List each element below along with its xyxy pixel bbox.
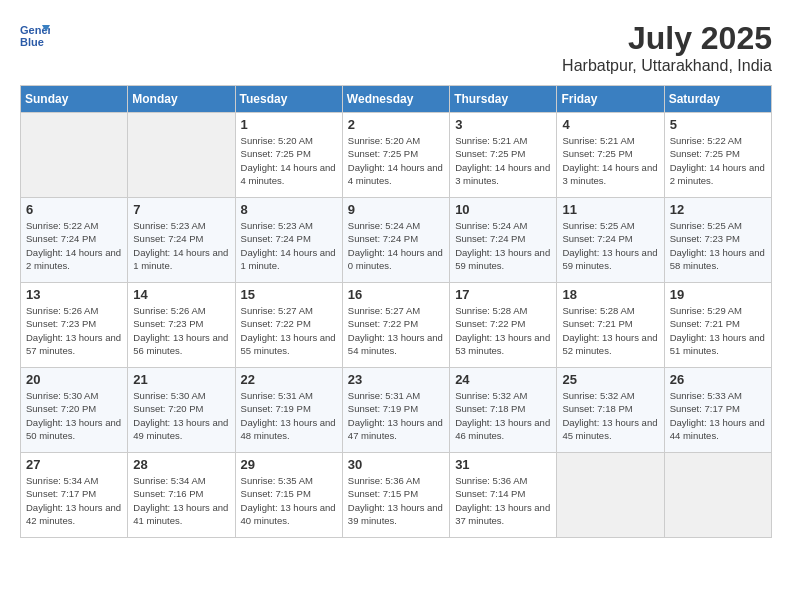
day-info: Sunrise: 5:33 AMSunset: 7:17 PMDaylight:… bbox=[670, 389, 766, 442]
day-info: Sunrise: 5:27 AMSunset: 7:22 PMDaylight:… bbox=[241, 304, 337, 357]
day-number: 7 bbox=[133, 202, 229, 217]
day-number: 1 bbox=[241, 117, 337, 132]
day-info: Sunrise: 5:28 AMSunset: 7:22 PMDaylight:… bbox=[455, 304, 551, 357]
weekday-header-row: SundayMondayTuesdayWednesdayThursdayFrid… bbox=[21, 86, 772, 113]
day-number: 5 bbox=[670, 117, 766, 132]
calendar-cell: 21Sunrise: 5:30 AMSunset: 7:20 PMDayligh… bbox=[128, 368, 235, 453]
day-number: 10 bbox=[455, 202, 551, 217]
weekday-header: Wednesday bbox=[342, 86, 449, 113]
calendar-cell: 24Sunrise: 5:32 AMSunset: 7:18 PMDayligh… bbox=[450, 368, 557, 453]
calendar-cell: 8Sunrise: 5:23 AMSunset: 7:24 PMDaylight… bbox=[235, 198, 342, 283]
calendar-cell bbox=[128, 113, 235, 198]
calendar-cell bbox=[21, 113, 128, 198]
day-number: 25 bbox=[562, 372, 658, 387]
day-number: 2 bbox=[348, 117, 444, 132]
calendar-cell: 1Sunrise: 5:20 AMSunset: 7:25 PMDaylight… bbox=[235, 113, 342, 198]
day-info: Sunrise: 5:23 AMSunset: 7:24 PMDaylight:… bbox=[133, 219, 229, 272]
weekday-header: Thursday bbox=[450, 86, 557, 113]
day-info: Sunrise: 5:31 AMSunset: 7:19 PMDaylight:… bbox=[241, 389, 337, 442]
day-number: 21 bbox=[133, 372, 229, 387]
location-title: Harbatpur, Uttarakhand, India bbox=[562, 57, 772, 75]
day-number: 28 bbox=[133, 457, 229, 472]
day-info: Sunrise: 5:36 AMSunset: 7:14 PMDaylight:… bbox=[455, 474, 551, 527]
calendar-cell bbox=[664, 453, 771, 538]
calendar-week-row: 27Sunrise: 5:34 AMSunset: 7:17 PMDayligh… bbox=[21, 453, 772, 538]
day-number: 29 bbox=[241, 457, 337, 472]
calendar-cell: 3Sunrise: 5:21 AMSunset: 7:25 PMDaylight… bbox=[450, 113, 557, 198]
day-info: Sunrise: 5:22 AMSunset: 7:24 PMDaylight:… bbox=[26, 219, 122, 272]
svg-text:Blue: Blue bbox=[20, 36, 44, 48]
day-number: 6 bbox=[26, 202, 122, 217]
calendar-table: SundayMondayTuesdayWednesdayThursdayFrid… bbox=[20, 85, 772, 538]
day-info: Sunrise: 5:30 AMSunset: 7:20 PMDaylight:… bbox=[26, 389, 122, 442]
day-number: 3 bbox=[455, 117, 551, 132]
day-number: 9 bbox=[348, 202, 444, 217]
day-number: 26 bbox=[670, 372, 766, 387]
calendar-cell: 31Sunrise: 5:36 AMSunset: 7:14 PMDayligh… bbox=[450, 453, 557, 538]
day-number: 16 bbox=[348, 287, 444, 302]
day-info: Sunrise: 5:25 AMSunset: 7:24 PMDaylight:… bbox=[562, 219, 658, 272]
calendar-cell: 5Sunrise: 5:22 AMSunset: 7:25 PMDaylight… bbox=[664, 113, 771, 198]
calendar-cell: 28Sunrise: 5:34 AMSunset: 7:16 PMDayligh… bbox=[128, 453, 235, 538]
calendar-cell: 16Sunrise: 5:27 AMSunset: 7:22 PMDayligh… bbox=[342, 283, 449, 368]
calendar-week-row: 1Sunrise: 5:20 AMSunset: 7:25 PMDaylight… bbox=[21, 113, 772, 198]
day-info: Sunrise: 5:34 AMSunset: 7:17 PMDaylight:… bbox=[26, 474, 122, 527]
day-info: Sunrise: 5:34 AMSunset: 7:16 PMDaylight:… bbox=[133, 474, 229, 527]
day-info: Sunrise: 5:26 AMSunset: 7:23 PMDaylight:… bbox=[133, 304, 229, 357]
day-info: Sunrise: 5:21 AMSunset: 7:25 PMDaylight:… bbox=[455, 134, 551, 187]
day-info: Sunrise: 5:31 AMSunset: 7:19 PMDaylight:… bbox=[348, 389, 444, 442]
calendar-week-row: 13Sunrise: 5:26 AMSunset: 7:23 PMDayligh… bbox=[21, 283, 772, 368]
calendar-cell: 9Sunrise: 5:24 AMSunset: 7:24 PMDaylight… bbox=[342, 198, 449, 283]
calendar-cell: 2Sunrise: 5:20 AMSunset: 7:25 PMDaylight… bbox=[342, 113, 449, 198]
calendar-cell: 26Sunrise: 5:33 AMSunset: 7:17 PMDayligh… bbox=[664, 368, 771, 453]
calendar-cell: 12Sunrise: 5:25 AMSunset: 7:23 PMDayligh… bbox=[664, 198, 771, 283]
calendar-cell: 23Sunrise: 5:31 AMSunset: 7:19 PMDayligh… bbox=[342, 368, 449, 453]
calendar-cell bbox=[557, 453, 664, 538]
day-info: Sunrise: 5:26 AMSunset: 7:23 PMDaylight:… bbox=[26, 304, 122, 357]
day-info: Sunrise: 5:35 AMSunset: 7:15 PMDaylight:… bbox=[241, 474, 337, 527]
day-info: Sunrise: 5:24 AMSunset: 7:24 PMDaylight:… bbox=[455, 219, 551, 272]
day-info: Sunrise: 5:30 AMSunset: 7:20 PMDaylight:… bbox=[133, 389, 229, 442]
day-number: 19 bbox=[670, 287, 766, 302]
calendar-cell: 11Sunrise: 5:25 AMSunset: 7:24 PMDayligh… bbox=[557, 198, 664, 283]
day-info: Sunrise: 5:32 AMSunset: 7:18 PMDaylight:… bbox=[562, 389, 658, 442]
calendar-cell: 6Sunrise: 5:22 AMSunset: 7:24 PMDaylight… bbox=[21, 198, 128, 283]
calendar-cell: 10Sunrise: 5:24 AMSunset: 7:24 PMDayligh… bbox=[450, 198, 557, 283]
weekday-header: Monday bbox=[128, 86, 235, 113]
calendar-cell: 19Sunrise: 5:29 AMSunset: 7:21 PMDayligh… bbox=[664, 283, 771, 368]
day-number: 12 bbox=[670, 202, 766, 217]
day-number: 14 bbox=[133, 287, 229, 302]
day-info: Sunrise: 5:20 AMSunset: 7:25 PMDaylight:… bbox=[241, 134, 337, 187]
day-number: 4 bbox=[562, 117, 658, 132]
calendar-cell: 7Sunrise: 5:23 AMSunset: 7:24 PMDaylight… bbox=[128, 198, 235, 283]
logo-icon: General Blue bbox=[20, 20, 50, 50]
title-block: July 2025 Harbatpur, Uttarakhand, India bbox=[562, 20, 772, 75]
calendar-cell: 29Sunrise: 5:35 AMSunset: 7:15 PMDayligh… bbox=[235, 453, 342, 538]
calendar-week-row: 6Sunrise: 5:22 AMSunset: 7:24 PMDaylight… bbox=[21, 198, 772, 283]
day-number: 31 bbox=[455, 457, 551, 472]
day-info: Sunrise: 5:36 AMSunset: 7:15 PMDaylight:… bbox=[348, 474, 444, 527]
day-number: 15 bbox=[241, 287, 337, 302]
weekday-header: Sunday bbox=[21, 86, 128, 113]
day-info: Sunrise: 5:23 AMSunset: 7:24 PMDaylight:… bbox=[241, 219, 337, 272]
day-number: 8 bbox=[241, 202, 337, 217]
day-number: 27 bbox=[26, 457, 122, 472]
month-title: July 2025 bbox=[562, 20, 772, 57]
calendar-cell: 17Sunrise: 5:28 AMSunset: 7:22 PMDayligh… bbox=[450, 283, 557, 368]
weekday-header: Friday bbox=[557, 86, 664, 113]
calendar-cell: 27Sunrise: 5:34 AMSunset: 7:17 PMDayligh… bbox=[21, 453, 128, 538]
day-number: 13 bbox=[26, 287, 122, 302]
calendar-cell: 4Sunrise: 5:21 AMSunset: 7:25 PMDaylight… bbox=[557, 113, 664, 198]
day-info: Sunrise: 5:24 AMSunset: 7:24 PMDaylight:… bbox=[348, 219, 444, 272]
day-info: Sunrise: 5:29 AMSunset: 7:21 PMDaylight:… bbox=[670, 304, 766, 357]
day-info: Sunrise: 5:25 AMSunset: 7:23 PMDaylight:… bbox=[670, 219, 766, 272]
day-info: Sunrise: 5:21 AMSunset: 7:25 PMDaylight:… bbox=[562, 134, 658, 187]
day-number: 20 bbox=[26, 372, 122, 387]
weekday-header: Saturday bbox=[664, 86, 771, 113]
day-info: Sunrise: 5:22 AMSunset: 7:25 PMDaylight:… bbox=[670, 134, 766, 187]
day-number: 22 bbox=[241, 372, 337, 387]
calendar-cell: 14Sunrise: 5:26 AMSunset: 7:23 PMDayligh… bbox=[128, 283, 235, 368]
calendar-cell: 25Sunrise: 5:32 AMSunset: 7:18 PMDayligh… bbox=[557, 368, 664, 453]
day-number: 23 bbox=[348, 372, 444, 387]
day-info: Sunrise: 5:20 AMSunset: 7:25 PMDaylight:… bbox=[348, 134, 444, 187]
